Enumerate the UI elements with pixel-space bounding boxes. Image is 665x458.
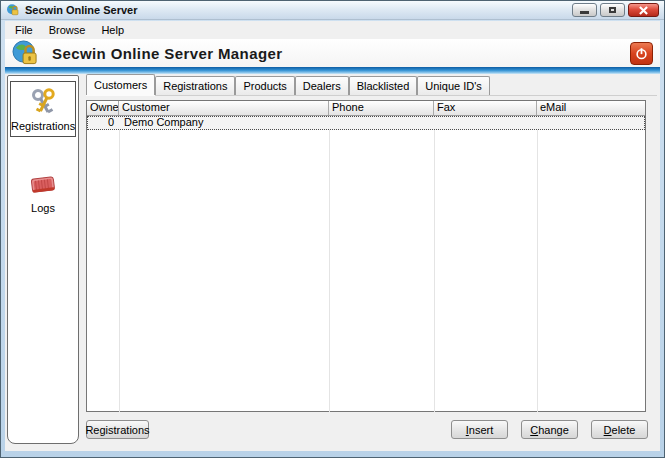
change-button[interactable]: Change bbox=[521, 420, 578, 439]
close-button[interactable] bbox=[628, 3, 659, 17]
delete-button-label: Delete bbox=[604, 424, 636, 436]
tab-registrations[interactable]: Registrations bbox=[155, 76, 235, 95]
globe-lock-icon bbox=[12, 40, 39, 66]
content: Registrations Logs bbox=[5, 74, 660, 451]
insert-button-label: Insert bbox=[466, 424, 494, 436]
minimize-button[interactable] bbox=[572, 3, 597, 17]
cell-fax bbox=[434, 116, 537, 130]
change-button-label: Change bbox=[530, 424, 569, 436]
column-header-phone[interactable]: Phone bbox=[329, 101, 434, 115]
tab-bar: Customers Registrations Products Dealers… bbox=[86, 76, 657, 96]
tab-products[interactable]: Products bbox=[235, 76, 294, 95]
menubar: File Browse Help bbox=[5, 21, 660, 39]
header-divider bbox=[5, 67, 660, 74]
window-title: Secwin Online Server bbox=[25, 4, 138, 16]
cell-owner: 0 bbox=[87, 116, 119, 130]
main-panel: Customers Registrations Products Dealers… bbox=[86, 76, 657, 451]
keys-icon bbox=[11, 85, 75, 119]
red-notebook-icon bbox=[11, 167, 75, 201]
column-header-fax[interactable]: Fax bbox=[434, 101, 537, 115]
sidebar-item-label: Registrations bbox=[11, 120, 75, 132]
app-window: Secwin Online Server File Browse Help bbox=[0, 0, 665, 458]
tab-dealers[interactable]: Dealers bbox=[295, 76, 349, 95]
titlebar: Secwin Online Server bbox=[1, 1, 664, 20]
customers-table: Owner Customer Phone Fax eMail 0 Demo bbox=[86, 100, 646, 412]
registrations-button-label: Registrations bbox=[85, 424, 149, 436]
column-header-email[interactable]: eMail bbox=[537, 101, 645, 115]
cell-customer: Demo Company bbox=[119, 116, 329, 130]
column-header-customer[interactable]: Customer bbox=[119, 101, 329, 115]
app-icon bbox=[6, 3, 20, 17]
menu-browse[interactable]: Browse bbox=[41, 22, 94, 38]
menu-file[interactable]: File bbox=[7, 22, 41, 38]
delete-button[interactable]: Delete bbox=[591, 420, 648, 439]
power-off-icon bbox=[634, 46, 649, 61]
column-header-owner[interactable]: Owner bbox=[87, 101, 119, 115]
tab-unique-ids[interactable]: Unique ID's bbox=[417, 76, 490, 95]
table-header: Owner Customer Phone Fax eMail bbox=[87, 101, 645, 116]
insert-button[interactable]: Insert bbox=[451, 420, 508, 439]
minimize-icon bbox=[580, 11, 589, 14]
column-separator bbox=[329, 116, 330, 412]
client-area: File Browse Help Secwin Online Server Ma… bbox=[5, 21, 660, 451]
page-title: Secwin Online Server Manager bbox=[52, 45, 282, 62]
restore-button[interactable] bbox=[600, 3, 625, 17]
sidebar-item-label: Logs bbox=[11, 202, 75, 214]
column-separator bbox=[119, 116, 120, 412]
app-header: Secwin Online Server Manager bbox=[5, 39, 660, 67]
menu-help[interactable]: Help bbox=[93, 22, 132, 38]
tab-blacklisted[interactable]: Blacklisted bbox=[349, 76, 418, 95]
column-separator bbox=[537, 116, 538, 412]
sidebar: Registrations Logs bbox=[7, 75, 79, 444]
column-separator bbox=[434, 116, 435, 412]
table-body: 0 Demo Company bbox=[87, 116, 645, 412]
cell-email bbox=[537, 116, 645, 130]
window-controls bbox=[572, 3, 664, 17]
table-row[interactable]: 0 Demo Company bbox=[87, 116, 645, 130]
cell-phone bbox=[329, 116, 434, 130]
registrations-button[interactable]: Registrations bbox=[86, 420, 149, 439]
close-icon bbox=[639, 6, 648, 15]
sidebar-item-registrations[interactable]: Registrations bbox=[10, 81, 76, 137]
restore-icon bbox=[609, 7, 616, 13]
exit-power-button[interactable] bbox=[630, 42, 653, 65]
tab-customers[interactable]: Customers bbox=[86, 74, 155, 95]
sidebar-item-logs[interactable]: Logs bbox=[10, 163, 76, 219]
